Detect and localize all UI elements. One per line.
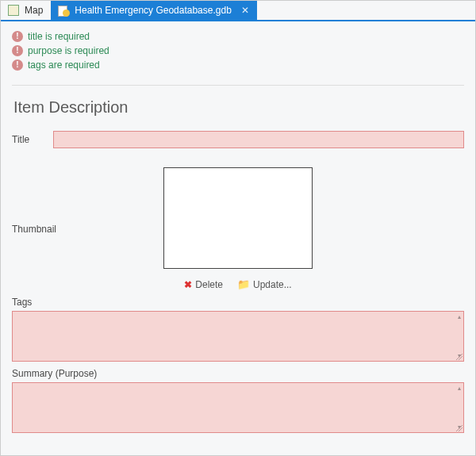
validation-msg: title is required [28,31,90,42]
validation-tags: ! tags are required [12,58,464,72]
folder-icon: 📁 [237,278,250,290]
validation-msg: purpose is required [28,45,109,56]
validation-msg: tags are required [28,59,100,71]
tab-map-label: Map [25,5,43,16]
title-row: Title [12,131,464,148]
summary-input[interactable]: ▴ ▾ [12,382,464,433]
delete-label: Delete [195,279,223,290]
resize-grip-icon[interactable] [455,352,463,360]
thumbnail-label: Thumbnail [12,224,75,235]
window: Map Health Emergency Geodatabase.gdb ✕ !… [0,0,476,456]
thumbnail-placeholder[interactable] [163,167,313,269]
thumbnail-area: ✖ Delete 📁 Update... [75,167,401,290]
scroll-up-icon: ▴ [458,313,461,320]
title-input[interactable] [53,131,464,148]
error-icon: ! [12,31,23,42]
thumbnail-actions: ✖ Delete 📁 Update... [184,278,291,290]
tags-input[interactable]: ▴ ▾ [12,311,464,362]
error-icon: ! [12,59,23,71]
thumbnail-row: Thumbnail ✖ Delete 📁 Update... [12,167,464,290]
delete-thumbnail-button[interactable]: ✖ Delete [184,278,223,290]
tab-geodatabase-label: Health Emergency Geodatabase.gdb [75,5,231,16]
validation-panel: ! title is required ! purpose is require… [1,21,475,80]
form-area: Item Description Title Thumbnail ✖ Delet… [1,86,475,455]
tags-label: Tags [12,297,464,308]
validation-purpose: ! purpose is required [12,44,464,58]
summary-label: Summary (Purpose) [12,368,464,379]
title-label: Title [12,134,47,145]
map-icon [7,4,20,17]
section-heading: Item Description [13,98,464,117]
tab-strip: Map Health Emergency Geodatabase.gdb ✕ [1,1,475,21]
update-label: Update... [253,279,292,290]
resize-grip-icon[interactable] [455,423,463,431]
update-thumbnail-button[interactable]: 📁 Update... [237,278,292,290]
delete-icon: ✖ [184,279,192,290]
geodatabase-icon [57,4,70,17]
validation-title: ! title is required [12,29,464,44]
scroll-up-icon: ▴ [458,385,461,392]
close-icon[interactable]: ✕ [241,5,249,16]
tab-geodatabase[interactable]: Health Emergency Geodatabase.gdb ✕ [51,1,256,20]
tab-map[interactable]: Map [1,1,51,20]
error-icon: ! [12,45,23,56]
